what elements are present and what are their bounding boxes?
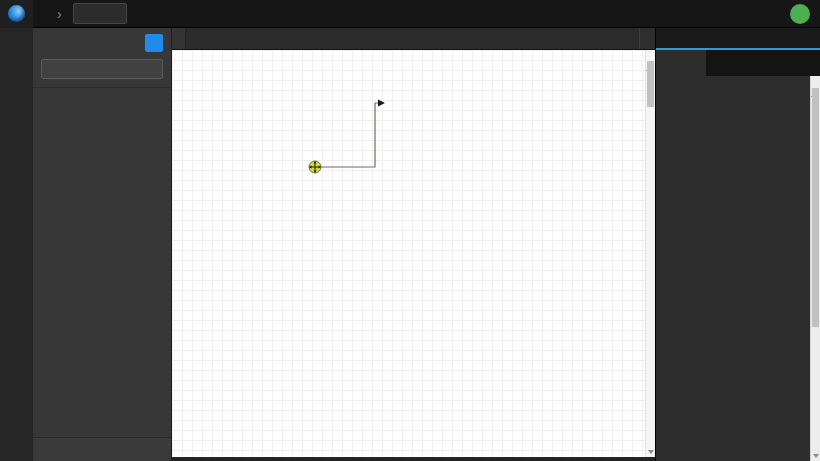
pencil-icon xyxy=(675,57,687,69)
inspector-panel xyxy=(655,28,820,461)
collapse-left-icon xyxy=(174,34,183,43)
collapse-sidebar-button[interactable] xyxy=(172,28,186,49)
logo-icon xyxy=(8,5,25,22)
add-database-button[interactable] xyxy=(145,34,163,52)
expand-right-icon xyxy=(643,34,652,43)
inspector-title xyxy=(656,28,820,50)
dbtools-icon xyxy=(94,444,106,456)
scroll-down-arrow-icon[interactable] xyxy=(648,450,654,454)
breadcrumb-chevron-icon: › xyxy=(57,7,62,21)
design-canvas[interactable] xyxy=(172,50,655,461)
inspector-scrollbar[interactable] xyxy=(810,76,820,461)
canvas-vertical-scrollbar[interactable] xyxy=(645,50,655,457)
app-logo[interactable] xyxy=(0,0,33,28)
inspector-tabs xyxy=(656,50,820,76)
avatar[interactable] xyxy=(790,4,810,24)
workspace-switcher[interactable] xyxy=(73,3,127,24)
nav-rail xyxy=(0,28,33,461)
edit-tab[interactable] xyxy=(656,50,706,76)
main-area xyxy=(0,28,820,461)
scroll-down-arrow-icon[interactable] xyxy=(813,454,819,458)
topbar: › xyxy=(0,0,820,28)
databases-panel-header xyxy=(33,28,171,58)
database-icon xyxy=(82,8,94,20)
relationship-connector xyxy=(172,50,655,461)
connector-endpoint[interactable] xyxy=(309,161,321,173)
sidebar-spacer xyxy=(33,92,171,437)
canvas-bottom-edge xyxy=(172,457,655,461)
search-icon xyxy=(47,64,57,74)
databases-panel xyxy=(33,28,172,461)
inspector-body xyxy=(656,76,810,461)
workspace xyxy=(172,28,655,461)
search-box[interactable] xyxy=(41,59,163,79)
db-tools-button[interactable] xyxy=(33,437,171,461)
search-input[interactable] xyxy=(61,64,157,74)
scrollbar-thumb[interactable] xyxy=(647,61,654,107)
grid-icon xyxy=(106,8,118,20)
scrollbar-thumb[interactable] xyxy=(812,88,819,327)
app-window: › xyxy=(0,0,820,461)
breadcrumb xyxy=(43,8,46,20)
toolbar-spacer xyxy=(186,28,627,49)
collapse-inspector-button[interactable] xyxy=(639,28,655,49)
workspace-toolbar xyxy=(172,28,655,50)
